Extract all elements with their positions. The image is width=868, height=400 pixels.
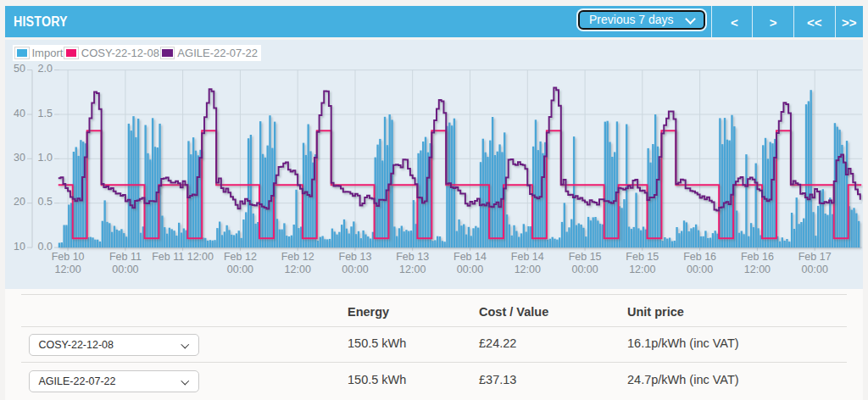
svg-text:12:00: 12:00 [285, 264, 311, 275]
svg-text:00:00: 00:00 [342, 264, 368, 275]
svg-text:0.0: 0.0 [38, 240, 53, 252]
svg-text:Feb 16: Feb 16 [741, 251, 774, 263]
svg-text:12:00: 12:00 [515, 264, 541, 275]
svg-text:00:00: 00:00 [112, 264, 138, 275]
svg-text:Feb 14: Feb 14 [511, 251, 544, 263]
svg-text:00:00: 00:00 [227, 264, 253, 275]
svg-text:Feb 13: Feb 13 [396, 251, 429, 263]
svg-text:40: 40 [14, 107, 25, 119]
svg-text:12:00: 12:00 [399, 264, 426, 275]
svg-text:00:00: 00:00 [687, 264, 713, 275]
svg-text:Feb 12: Feb 12 [281, 251, 314, 263]
svg-text:Feb 11: Feb 11 [109, 251, 142, 263]
svg-text:Feb 11 12:00: Feb 11 12:00 [152, 251, 214, 263]
svg-text:1.0: 1.0 [38, 151, 53, 163]
svg-text:Feb 10: Feb 10 [52, 251, 85, 263]
svg-text:Feb 15: Feb 15 [626, 251, 659, 263]
svg-text:10: 10 [14, 240, 25, 252]
svg-text:12:00: 12:00 [54, 264, 81, 275]
svg-text:Feb 15: Feb 15 [569, 251, 602, 263]
svg-text:Feb 12: Feb 12 [224, 251, 257, 263]
svg-text:00:00: 00:00 [571, 264, 598, 275]
svg-text:1.5: 1.5 [38, 107, 53, 119]
svg-text:00:00: 00:00 [457, 264, 483, 275]
svg-text:50: 50 [14, 63, 25, 75]
svg-text:20: 20 [14, 196, 25, 208]
svg-text:12:00: 12:00 [744, 264, 771, 275]
svg-text:Feb 13: Feb 13 [339, 251, 372, 263]
svg-text:Feb 14: Feb 14 [453, 251, 487, 263]
svg-text:00:00: 00:00 [802, 264, 828, 275]
svg-text:Feb 16: Feb 16 [683, 251, 716, 263]
svg-text:0.5: 0.5 [38, 196, 53, 208]
svg-text:2.0: 2.0 [38, 63, 53, 75]
svg-text:Feb 17: Feb 17 [798, 251, 832, 263]
svg-text:30: 30 [14, 151, 25, 163]
svg-text:12:00: 12:00 [629, 264, 655, 275]
